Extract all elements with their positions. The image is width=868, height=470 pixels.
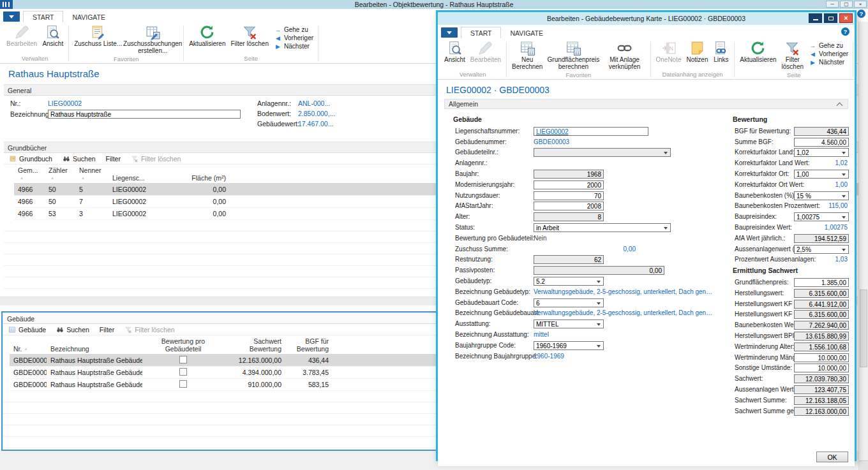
ribbon-small-nächster[interactable]: ▶Nächster <box>809 59 848 66</box>
field-input[interactable]: 2008 <box>534 202 604 210</box>
field-input[interactable]: 2000 <box>534 180 604 189</box>
minimize-button[interactable] <box>809 13 822 23</box>
ribbon-button-grundflächenpreis-berechnen[interactable]: Grundflächenpreis berechnen <box>546 40 601 71</box>
collapse-chevron-icon[interactable] <box>837 103 843 109</box>
field-input[interactable]: 4.560,00 <box>794 138 849 147</box>
field-input[interactable]: 10.000,00 <box>794 364 849 372</box>
ribbon-button-ansicht[interactable]: Ansicht <box>442 40 467 64</box>
ribbon-button-notizen[interactable]: Notizen <box>685 40 710 64</box>
maximize-icon[interactable]: ▢ <box>840 1 853 8</box>
ribbon-button-neu-berechnen[interactable]: Neu Berechnen <box>510 40 544 71</box>
column-header-sachwert-bewertung[interactable]: Sachwert Bewertung <box>224 337 285 353</box>
field-flowfield-value[interactable]: 1,03 <box>835 256 848 263</box>
field-link-value[interactable]: GBDE00003 <box>534 138 569 145</box>
field-flowfield-value[interactable]: 115,00 <box>828 202 848 209</box>
ribbon-button-filter-löschen[interactable]: Filter löschen <box>228 24 270 48</box>
field-dropdown[interactable]: 1,00 <box>794 170 849 179</box>
help-icon[interactable]: ? <box>857 10 865 18</box>
field-link-value[interactable]: ANL-000... <box>298 99 330 107</box>
field-flowfield-value[interactable]: 0,00 <box>534 246 636 253</box>
field-label: Nutzungsdauer: <box>455 192 500 199</box>
checkbox[interactable] <box>179 380 187 388</box>
table-row[interactable]: GBDE00003Rathaus Hauptstraße Gebäude 112… <box>10 355 438 367</box>
ribbon-button-links[interactable]: Links <box>711 40 731 64</box>
ok-button[interactable]: OK <box>816 452 848 462</box>
help-icon[interactable]: ? <box>841 27 849 36</box>
ribbon-small-gehe-zu[interactable]: →Gehe zu <box>274 26 313 33</box>
column-header-bgf-für-bewertung[interactable]: BGF für Bewertung <box>285 337 333 353</box>
toolbar-button-grundbuch[interactable]: Grundbuch <box>9 155 52 163</box>
field-label: BGF für Bewertung: <box>735 128 791 135</box>
ribbon-button-zuschuss-liste[interactable]: Zuschuss Liste... <box>72 24 124 48</box>
table-row[interactable]: GBDE00005Rathaus Hauptstraße Gebäude 391… <box>10 379 438 391</box>
maximize-button[interactable] <box>824 13 837 23</box>
field-dropdown[interactable]: 15 % <box>794 191 849 200</box>
field-dropdown[interactable]: 1,00275 <box>794 212 849 221</box>
field-input[interactable]: 1.385,00 <box>794 278 849 287</box>
close-icon[interactable]: × <box>854 1 867 8</box>
ribbon-button-aktualisieren[interactable]: Aktualisieren <box>738 40 778 64</box>
field-dropdown[interactable]: 2,5% <box>794 245 849 254</box>
field-flowfield-value[interactable]: 1,00 <box>835 181 848 188</box>
toolbar-button-suchen[interactable]: Suchen <box>56 326 89 334</box>
field-dropdown[interactable]: in Arbeit <box>534 223 671 232</box>
column-header-nenner[interactable]: Nenner▲ <box>75 166 108 182</box>
field-input[interactable]: LIEG00002 <box>534 127 648 136</box>
ribbon-small-nächster[interactable]: ▶Nächster <box>274 43 313 50</box>
ribbon-button-aktualisieren[interactable]: Aktualisieren <box>187 24 227 48</box>
column-header-nr[interactable]: Nr.▲ <box>10 345 47 353</box>
vertical-scrollbar[interactable] <box>858 22 868 470</box>
ribbon-small-vorheriger[interactable]: ◀Vorheriger <box>809 50 848 57</box>
field-link-value[interactable]: mittel <box>534 331 549 338</box>
field-dropdown[interactable]: 1,02 <box>794 148 849 157</box>
toolbar-button-suchen[interactable]: Suchen <box>63 155 96 163</box>
field-input[interactable]: Rathaus Hauptstraße <box>48 110 241 119</box>
field-flowfield-value[interactable]: 1,02 <box>835 159 848 166</box>
field-link-value[interactable]: Verwaltungsgebäude, 2-5-geschossig, unte… <box>534 288 714 295</box>
scrollbar-button[interactable] <box>859 460 868 470</box>
ribbon-button-mit-anlage-verknüpfen[interactable]: Mit Anlage verknüpfen <box>602 40 647 71</box>
ribbon-small-vorheriger[interactable]: ◀Vorheriger <box>274 34 313 41</box>
field-link-value[interactable]: Verwaltungsgebäude, 2-5-geschossig, unte… <box>534 309 714 316</box>
column-header-bezeichnung[interactable]: Bezeichnung <box>47 345 142 353</box>
fasttab-allgemein[interactable]: Allgemein <box>444 99 848 109</box>
field-input[interactable]: 10.000,00 <box>794 353 849 362</box>
field-dropdown[interactable]: 5.2 <box>534 277 604 286</box>
toolbar-button-filter[interactable]: Filter <box>100 326 114 334</box>
field-dropdown[interactable]: 6 <box>534 298 604 307</box>
field-dropdown[interactable]: MITTEL <box>534 319 604 328</box>
ribbon-small-gehe-zu[interactable]: →Gehe zu <box>809 42 848 49</box>
field-link-value[interactable]: LIEG00002 <box>536 128 646 136</box>
column-header-liegensc[interactable]: Liegensc... <box>108 174 163 182</box>
tab-navigate[interactable]: NAVIGATE <box>63 11 114 22</box>
minimize-icon[interactable]: ─ <box>826 1 839 8</box>
goto-icon: → <box>809 43 816 49</box>
app-menu-button[interactable] <box>3 11 20 22</box>
column-header-bewertung-pro-gebäudeteil[interactable]: Bewertung pro Gebäudeteil <box>142 337 224 353</box>
field-flowfield-value[interactable]: 1,00275 <box>825 224 848 231</box>
field-link-value[interactable]: 17.467.00... <box>298 120 333 128</box>
tab-navigate[interactable]: NAVIGATE <box>501 27 552 38</box>
gebaeude-section-header[interactable]: Gebäude <box>3 313 438 324</box>
ribbon-button-ansicht[interactable]: Ansicht <box>40 24 65 48</box>
field-link-value[interactable]: 2.850.000,... <box>298 110 335 117</box>
scrollbar-thumb[interactable] <box>860 290 867 367</box>
checkbox[interactable] <box>179 356 187 364</box>
app-menu-button[interactable] <box>441 27 458 38</box>
field-dropdown[interactable]: 1960-1969 <box>534 341 604 350</box>
close-button[interactable]: × <box>839 13 853 23</box>
column-header-gem[interactable]: Gem...▲ <box>14 166 45 182</box>
field-link-value[interactable]: LIEG00002 <box>48 99 82 107</box>
ribbon-button-zuschussbuchungen-erstellen[interactable]: Zuschussbuchungen erstellen... <box>125 24 180 55</box>
toolbar-button-gebäude[interactable]: Gebäude <box>8 326 46 334</box>
tab-start[interactable]: START <box>23 11 63 22</box>
column-header-zähler[interactable]: Zähler▲ <box>45 166 75 182</box>
ribbon-button-filter-löschen[interactable]: Filter löschen <box>780 40 805 71</box>
toolbar-button-filter[interactable]: Filter <box>106 155 121 163</box>
tab-start[interactable]: START <box>461 27 501 38</box>
field-input[interactable]: 70 <box>534 191 604 200</box>
checkbox[interactable] <box>179 368 187 376</box>
table-row[interactable]: GBDE00004Rathaus Hauptstraße Gebäude 24.… <box>10 367 438 379</box>
column-header-fläche-m[interactable]: Fläche (m²) <box>163 174 230 182</box>
field-link-value[interactable]: 1960-1969 <box>534 353 564 360</box>
